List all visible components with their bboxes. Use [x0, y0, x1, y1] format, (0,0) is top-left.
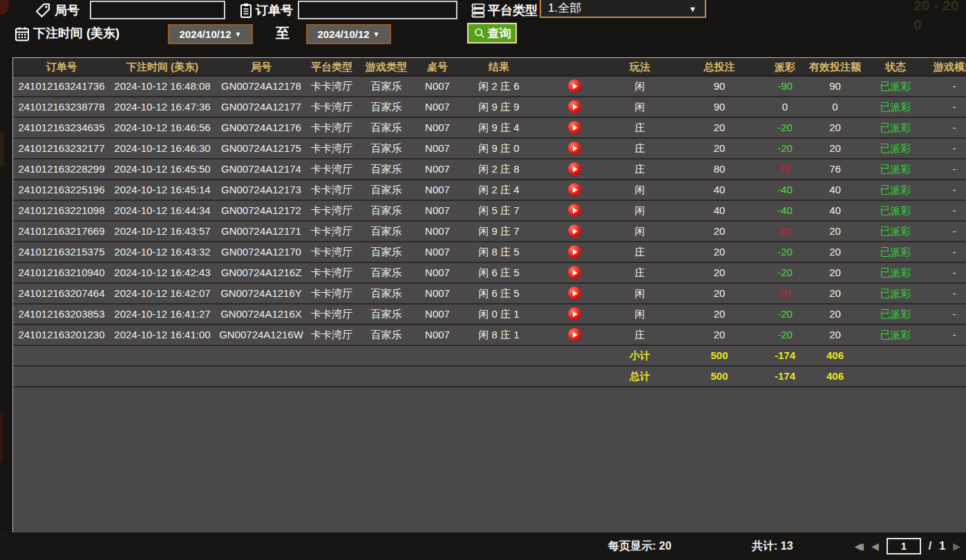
- cell-total-bet: 20: [671, 325, 768, 345]
- cell-bet-type: 庄: [609, 263, 671, 282]
- cell-payout: -20: [768, 242, 802, 262]
- cell-bet-type: 闲: [609, 201, 671, 220]
- cell-total-bet: 90: [671, 77, 768, 96]
- cell-result: 闲 2 庄 4: [458, 180, 540, 200]
- cell-valid-bet: 40: [802, 201, 868, 220]
- cell-bet-type: 庄: [609, 325, 671, 345]
- date-to-picker[interactable]: 2024/10/12 ▼: [306, 24, 391, 44]
- cell-payout: -20: [768, 139, 802, 158]
- query-button[interactable]: 查询: [467, 23, 517, 44]
- cell-game-type: 百家乐: [356, 160, 417, 179]
- table-row: 241012163215375 2024-10-12 16:43:32 GN00…: [13, 242, 966, 263]
- cell-total-bet: 20: [671, 242, 768, 262]
- cell-order-id: 241012163215375: [13, 242, 110, 262]
- header-total-bet: 总投注: [671, 58, 768, 75]
- cell-platform: 卡卡湾厅: [307, 263, 356, 282]
- first-page-button[interactable]: ◀◀: [855, 539, 864, 554]
- cell-game-type: 百家乐: [356, 242, 417, 262]
- to-label: 至: [276, 24, 290, 43]
- cell-platform: 卡卡湾厅: [307, 284, 356, 303]
- cell-platform: 卡卡湾厅: [307, 160, 356, 179]
- header-table-no: 桌号: [417, 58, 458, 75]
- cell-table-no: N007: [417, 139, 458, 158]
- cell-result: 闲 6 庄 5: [458, 263, 540, 282]
- cell-result: 闲 0 庄 1: [458, 305, 540, 324]
- cell-platform: 卡卡湾厅: [307, 118, 356, 137]
- cell-game-mode: -: [923, 325, 966, 345]
- cell-valid-bet: 76: [802, 160, 868, 179]
- cell-payout: 76: [768, 160, 802, 179]
- cell-table-no: N007: [417, 160, 458, 179]
- cell-order-id: 241012163234635: [13, 118, 110, 137]
- cell-order-id: 241012163203853: [13, 305, 110, 324]
- play-video-icon[interactable]: [568, 245, 581, 258]
- play-video-icon[interactable]: [568, 204, 581, 217]
- play-video-icon[interactable]: [568, 121, 581, 134]
- play-video-icon[interactable]: [568, 183, 581, 196]
- cell-payout: -20: [768, 305, 802, 324]
- cell-round-id: GN00724A12172: [215, 201, 307, 220]
- cell-status: 已派彩: [868, 160, 923, 179]
- chevron-down-icon: ▼: [689, 5, 697, 13]
- round-number-input[interactable]: [90, 1, 225, 19]
- cell-order-id: 241012163201230: [13, 325, 110, 345]
- cell-table-no: N007: [417, 77, 458, 96]
- table-row: 241012163210940 2024-10-12 16:42:43 GN00…: [13, 263, 966, 284]
- cell-payout: -20: [768, 263, 802, 282]
- play-video-icon[interactable]: [568, 142, 581, 155]
- cell-game-type: 百家乐: [356, 222, 417, 241]
- cell-status: 已派彩: [868, 222, 923, 241]
- cell-platform: 卡卡湾厅: [307, 305, 356, 324]
- cell-valid-bet: 20: [802, 263, 868, 282]
- cell-status: 已派彩: [868, 97, 923, 117]
- subtotal-payout: -174: [768, 346, 802, 365]
- cell-table-no: N007: [417, 305, 458, 324]
- cell-table-no: N007: [417, 263, 458, 282]
- header-game-type: 游戏类型: [356, 58, 417, 75]
- table-row: 241012163225196 2024-10-12 16:45:14 GN00…: [13, 180, 966, 201]
- cell-round-id: GN00724A12170: [215, 242, 307, 262]
- cell-platform: 卡卡湾厅: [307, 97, 356, 117]
- bet-records-table: 订单号 下注时间 (美东) 局号 平台类型 游戏类型 桌号 结果 玩法 总投注 …: [12, 57, 966, 533]
- play-video-icon[interactable]: [568, 287, 581, 300]
- play-video-icon[interactable]: [568, 328, 581, 341]
- play-video-icon[interactable]: [568, 224, 581, 238]
- header-platform: 平台类型: [307, 58, 356, 75]
- header-result: 结果: [458, 58, 540, 75]
- cell-table-no: N007: [417, 325, 458, 345]
- date-from-picker[interactable]: 2024/10/12 ▼: [168, 24, 253, 44]
- cell-bet-type: 闲: [609, 180, 671, 200]
- prev-page-button[interactable]: ◀: [871, 539, 879, 554]
- cell-order-id: 241012163207464: [13, 284, 110, 303]
- cell-game-mode: -: [923, 305, 966, 324]
- page-number-input[interactable]: [887, 538, 921, 554]
- subtotal-total-bet: 500: [671, 346, 768, 365]
- play-video-icon[interactable]: [568, 307, 581, 320]
- cell-video: [540, 201, 609, 220]
- play-video-icon[interactable]: [568, 266, 581, 279]
- platform-type-icon: [470, 2, 486, 19]
- cell-game-mode: -: [923, 284, 966, 303]
- platform-type-select[interactable]: 1.全部 ▼: [540, 0, 706, 18]
- cell-round-id: GN00724A12176: [215, 118, 307, 137]
- background-faint-text: 20 - 20: [913, 0, 958, 14]
- cell-table-no: N007: [417, 222, 458, 241]
- header-video: [540, 58, 609, 75]
- play-video-icon[interactable]: [568, 100, 581, 113]
- cell-video: [540, 242, 609, 262]
- cell-bet-type: 闲: [609, 284, 671, 303]
- table-row: 241012163217669 2024-10-12 16:43:57 GN00…: [13, 222, 966, 242]
- play-video-icon[interactable]: [568, 79, 581, 93]
- cell-game-mode: -: [923, 180, 966, 200]
- pagination-bar: 每页显示: 20 共计: 13 ◀◀ ◀ / 1 ▶: [0, 532, 966, 560]
- cell-valid-bet: 20: [802, 284, 868, 303]
- header-game-mode: 游戏模式: [923, 58, 966, 75]
- play-video-icon[interactable]: [568, 162, 581, 175]
- order-number-input[interactable]: [298, 1, 457, 19]
- cell-valid-bet: 20: [802, 139, 868, 158]
- cell-video: [540, 305, 609, 324]
- subtotal-row: 小计 500 -174 406: [13, 346, 966, 367]
- next-page-button[interactable]: ▶: [953, 539, 960, 554]
- cell-status: 已派彩: [868, 77, 923, 96]
- cell-bet-type: 闲: [609, 305, 671, 324]
